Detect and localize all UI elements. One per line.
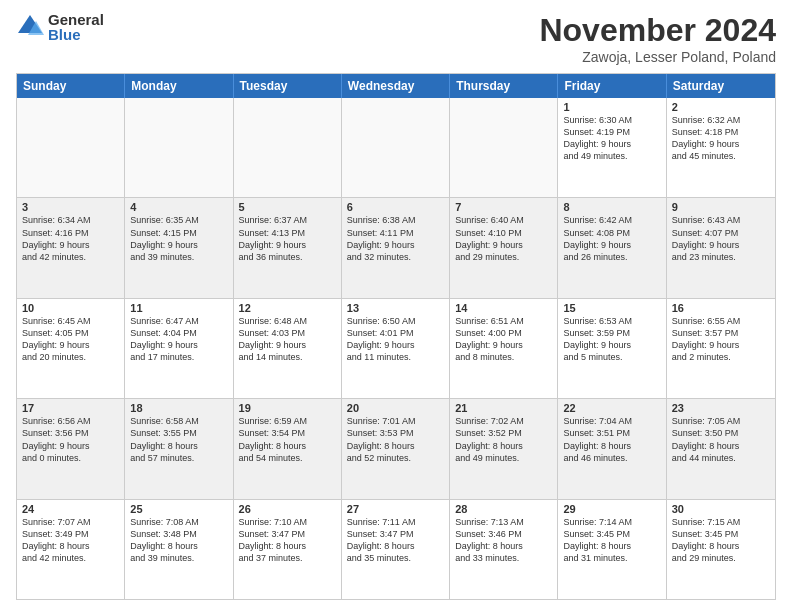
calendar-cell: 5Sunrise: 6:37 AM Sunset: 4:13 PM Daylig… <box>234 198 342 297</box>
calendar-cell: 28Sunrise: 7:13 AM Sunset: 3:46 PM Dayli… <box>450 500 558 599</box>
day-number: 2 <box>672 101 770 113</box>
calendar-cell: 20Sunrise: 7:01 AM Sunset: 3:53 PM Dayli… <box>342 399 450 498</box>
logo: General Blue <box>16 12 104 42</box>
calendar-cell: 13Sunrise: 6:50 AM Sunset: 4:01 PM Dayli… <box>342 299 450 398</box>
calendar-cell: 14Sunrise: 6:51 AM Sunset: 4:00 PM Dayli… <box>450 299 558 398</box>
day-number: 27 <box>347 503 444 515</box>
calendar-cell <box>450 98 558 197</box>
day-info: Sunrise: 7:05 AM Sunset: 3:50 PM Dayligh… <box>672 415 770 464</box>
day-info: Sunrise: 6:38 AM Sunset: 4:11 PM Dayligh… <box>347 214 444 263</box>
calendar-body: 1Sunrise: 6:30 AM Sunset: 4:19 PM Daylig… <box>17 98 775 599</box>
day-number: 17 <box>22 402 119 414</box>
calendar-header-cell: Sunday <box>17 74 125 98</box>
header: General Blue November 2024 Zawoja, Lesse… <box>16 12 776 65</box>
calendar-cell: 11Sunrise: 6:47 AM Sunset: 4:04 PM Dayli… <box>125 299 233 398</box>
page: General Blue November 2024 Zawoja, Lesse… <box>0 0 792 612</box>
day-info: Sunrise: 7:14 AM Sunset: 3:45 PM Dayligh… <box>563 516 660 565</box>
calendar-cell: 12Sunrise: 6:48 AM Sunset: 4:03 PM Dayli… <box>234 299 342 398</box>
calendar-cell <box>234 98 342 197</box>
day-info: Sunrise: 6:34 AM Sunset: 4:16 PM Dayligh… <box>22 214 119 263</box>
day-number: 25 <box>130 503 227 515</box>
calendar-row: 1Sunrise: 6:30 AM Sunset: 4:19 PM Daylig… <box>17 98 775 197</box>
day-info: Sunrise: 6:43 AM Sunset: 4:07 PM Dayligh… <box>672 214 770 263</box>
calendar-header-cell: Tuesday <box>234 74 342 98</box>
calendar-row: 3Sunrise: 6:34 AM Sunset: 4:16 PM Daylig… <box>17 197 775 297</box>
calendar-cell: 10Sunrise: 6:45 AM Sunset: 4:05 PM Dayli… <box>17 299 125 398</box>
calendar-row: 10Sunrise: 6:45 AM Sunset: 4:05 PM Dayli… <box>17 298 775 398</box>
day-number: 3 <box>22 201 119 213</box>
calendar-cell: 16Sunrise: 6:55 AM Sunset: 3:57 PM Dayli… <box>667 299 775 398</box>
day-number: 12 <box>239 302 336 314</box>
title-block: November 2024 Zawoja, Lesser Poland, Pol… <box>539 12 776 65</box>
calendar-cell: 30Sunrise: 7:15 AM Sunset: 3:45 PM Dayli… <box>667 500 775 599</box>
calendar-cell: 3Sunrise: 6:34 AM Sunset: 4:16 PM Daylig… <box>17 198 125 297</box>
calendar-cell <box>342 98 450 197</box>
calendar-cell: 15Sunrise: 6:53 AM Sunset: 3:59 PM Dayli… <box>558 299 666 398</box>
day-info: Sunrise: 7:02 AM Sunset: 3:52 PM Dayligh… <box>455 415 552 464</box>
day-info: Sunrise: 6:30 AM Sunset: 4:19 PM Dayligh… <box>563 114 660 163</box>
day-number: 15 <box>563 302 660 314</box>
title-location: Zawoja, Lesser Poland, Poland <box>539 49 776 65</box>
calendar-header-cell: Friday <box>558 74 666 98</box>
calendar-cell: 19Sunrise: 6:59 AM Sunset: 3:54 PM Dayli… <box>234 399 342 498</box>
day-number: 28 <box>455 503 552 515</box>
day-info: Sunrise: 7:04 AM Sunset: 3:51 PM Dayligh… <box>563 415 660 464</box>
calendar-cell: 25Sunrise: 7:08 AM Sunset: 3:48 PM Dayli… <box>125 500 233 599</box>
day-info: Sunrise: 7:07 AM Sunset: 3:49 PM Dayligh… <box>22 516 119 565</box>
day-info: Sunrise: 6:53 AM Sunset: 3:59 PM Dayligh… <box>563 315 660 364</box>
day-info: Sunrise: 6:32 AM Sunset: 4:18 PM Dayligh… <box>672 114 770 163</box>
calendar-cell: 22Sunrise: 7:04 AM Sunset: 3:51 PM Dayli… <box>558 399 666 498</box>
title-month: November 2024 <box>539 12 776 49</box>
day-number: 30 <box>672 503 770 515</box>
logo-general-text: General <box>48 12 104 27</box>
calendar-cell: 29Sunrise: 7:14 AM Sunset: 3:45 PM Dayli… <box>558 500 666 599</box>
day-info: Sunrise: 6:58 AM Sunset: 3:55 PM Dayligh… <box>130 415 227 464</box>
day-info: Sunrise: 6:47 AM Sunset: 4:04 PM Dayligh… <box>130 315 227 364</box>
day-info: Sunrise: 6:51 AM Sunset: 4:00 PM Dayligh… <box>455 315 552 364</box>
day-info: Sunrise: 7:11 AM Sunset: 3:47 PM Dayligh… <box>347 516 444 565</box>
day-info: Sunrise: 6:56 AM Sunset: 3:56 PM Dayligh… <box>22 415 119 464</box>
day-info: Sunrise: 6:35 AM Sunset: 4:15 PM Dayligh… <box>130 214 227 263</box>
calendar: SundayMondayTuesdayWednesdayThursdayFrid… <box>16 73 776 600</box>
calendar-cell: 26Sunrise: 7:10 AM Sunset: 3:47 PM Dayli… <box>234 500 342 599</box>
day-number: 7 <box>455 201 552 213</box>
calendar-cell: 9Sunrise: 6:43 AM Sunset: 4:07 PM Daylig… <box>667 198 775 297</box>
day-info: Sunrise: 6:48 AM Sunset: 4:03 PM Dayligh… <box>239 315 336 364</box>
day-number: 11 <box>130 302 227 314</box>
calendar-cell <box>17 98 125 197</box>
calendar-cell: 23Sunrise: 7:05 AM Sunset: 3:50 PM Dayli… <box>667 399 775 498</box>
day-number: 29 <box>563 503 660 515</box>
day-number: 9 <box>672 201 770 213</box>
day-info: Sunrise: 7:01 AM Sunset: 3:53 PM Dayligh… <box>347 415 444 464</box>
calendar-cell: 8Sunrise: 6:42 AM Sunset: 4:08 PM Daylig… <box>558 198 666 297</box>
day-number: 18 <box>130 402 227 414</box>
logo-icon <box>16 13 44 41</box>
calendar-cell: 6Sunrise: 6:38 AM Sunset: 4:11 PM Daylig… <box>342 198 450 297</box>
day-number: 26 <box>239 503 336 515</box>
logo-text: General Blue <box>48 12 104 42</box>
day-info: Sunrise: 7:08 AM Sunset: 3:48 PM Dayligh… <box>130 516 227 565</box>
day-info: Sunrise: 6:50 AM Sunset: 4:01 PM Dayligh… <box>347 315 444 364</box>
calendar-cell: 24Sunrise: 7:07 AM Sunset: 3:49 PM Dayli… <box>17 500 125 599</box>
calendar-cell: 4Sunrise: 6:35 AM Sunset: 4:15 PM Daylig… <box>125 198 233 297</box>
logo-blue-text: Blue <box>48 27 104 42</box>
day-number: 4 <box>130 201 227 213</box>
calendar-cell: 27Sunrise: 7:11 AM Sunset: 3:47 PM Dayli… <box>342 500 450 599</box>
calendar-cell: 21Sunrise: 7:02 AM Sunset: 3:52 PM Dayli… <box>450 399 558 498</box>
calendar-row: 17Sunrise: 6:56 AM Sunset: 3:56 PM Dayli… <box>17 398 775 498</box>
day-number: 24 <box>22 503 119 515</box>
day-number: 16 <box>672 302 770 314</box>
day-number: 22 <box>563 402 660 414</box>
day-number: 8 <box>563 201 660 213</box>
day-number: 14 <box>455 302 552 314</box>
day-number: 13 <box>347 302 444 314</box>
day-number: 1 <box>563 101 660 113</box>
calendar-row: 24Sunrise: 7:07 AM Sunset: 3:49 PM Dayli… <box>17 499 775 599</box>
calendar-cell: 7Sunrise: 6:40 AM Sunset: 4:10 PM Daylig… <box>450 198 558 297</box>
day-info: Sunrise: 6:45 AM Sunset: 4:05 PM Dayligh… <box>22 315 119 364</box>
day-number: 23 <box>672 402 770 414</box>
calendar-cell: 2Sunrise: 6:32 AM Sunset: 4:18 PM Daylig… <box>667 98 775 197</box>
calendar-header-cell: Saturday <box>667 74 775 98</box>
day-number: 6 <box>347 201 444 213</box>
day-info: Sunrise: 6:40 AM Sunset: 4:10 PM Dayligh… <box>455 214 552 263</box>
